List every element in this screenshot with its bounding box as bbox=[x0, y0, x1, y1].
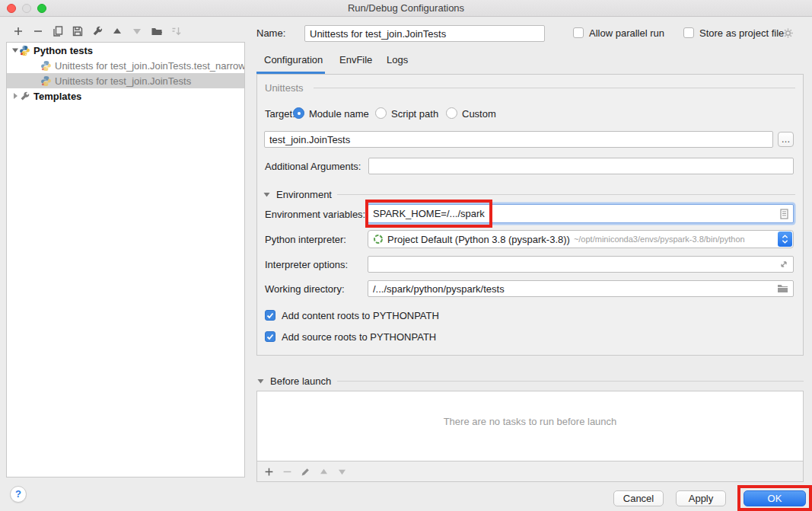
environment-header: Environment bbox=[276, 189, 332, 200]
select-stepper-icon[interactable] bbox=[778, 232, 792, 247]
remove-task-icon bbox=[282, 467, 292, 477]
tree-group-python-tests[interactable]: Python tests bbox=[7, 43, 244, 58]
before-launch-header: Before launch bbox=[270, 375, 331, 387]
radio-custom[interactable] bbox=[446, 107, 457, 119]
copy-configuration-icon[interactable] bbox=[52, 25, 64, 37]
edit-task-icon bbox=[301, 467, 310, 477]
before-launch-toolbar bbox=[257, 461, 803, 481]
configurations-tree: Python tests Unittests for test_join.Joi… bbox=[6, 42, 245, 477]
move-task-down-icon bbox=[337, 467, 347, 477]
browse-env-vars-icon[interactable] bbox=[780, 209, 788, 219]
tree-group-templates[interactable]: Templates bbox=[7, 88, 244, 104]
unittests-group-title: Unittests bbox=[265, 82, 304, 94]
conda-environment-icon bbox=[373, 234, 384, 244]
expand-field-icon[interactable] bbox=[779, 260, 788, 269]
allow-parallel-run-label: Allow parallel run bbox=[589, 27, 664, 39]
new-folder-icon[interactable] bbox=[151, 25, 163, 37]
name-label: Name: bbox=[256, 27, 285, 39]
tree-item-test-narrow[interactable]: Unittests for test_join.JoinTests.test_n… bbox=[7, 58, 244, 73]
tab-envfile[interactable]: EnvFile bbox=[339, 54, 372, 65]
interpreter-value: Project Default (Python 3.8 (pyspark-3.8… bbox=[387, 234, 570, 245]
remove-configuration-icon[interactable] bbox=[32, 25, 44, 37]
browse-target-button[interactable]: … bbox=[778, 132, 794, 147]
python-test-icon bbox=[40, 60, 52, 72]
add-source-roots-checkbox[interactable] bbox=[265, 331, 275, 342]
before-launch-tasks-panel: There are no tasks to run before launch bbox=[256, 391, 804, 482]
add-content-roots-label: Add content roots to PYTHONPATH bbox=[282, 310, 439, 321]
radio-script-path[interactable] bbox=[375, 107, 387, 119]
chevron-expanded-icon[interactable] bbox=[11, 46, 19, 54]
window-title: Run/Debug Configurations bbox=[0, 2, 812, 14]
before-launch-empty-text: There are no tasks to run before launch bbox=[257, 416, 803, 427]
edit-templates-icon[interactable] bbox=[91, 25, 103, 37]
radio-custom-label: Custom bbox=[462, 108, 496, 120]
radio-module-name[interactable] bbox=[293, 107, 304, 119]
configurations-toolbar bbox=[12, 25, 183, 37]
chevron-collapsed-icon[interactable] bbox=[11, 92, 19, 100]
move-up-icon[interactable] bbox=[111, 25, 123, 37]
add-source-roots-label: Add source roots to PYTHONPATH bbox=[282, 331, 436, 343]
red-highlight-env-vars bbox=[365, 200, 492, 228]
add-configuration-icon[interactable] bbox=[12, 25, 24, 37]
sort-alphabetically-icon bbox=[170, 25, 183, 37]
gear-icon[interactable] bbox=[782, 27, 794, 39]
python-test-icon bbox=[40, 75, 52, 87]
python-tests-icon bbox=[19, 45, 30, 56]
run-debug-configurations-dialog: Run/Debug Configurations Pyth bbox=[0, 0, 812, 511]
templates-wrench-icon bbox=[19, 91, 30, 102]
red-highlight-ok-button bbox=[737, 485, 812, 511]
tab-logs[interactable]: Logs bbox=[387, 54, 408, 65]
interpreter-options-input[interactable] bbox=[368, 256, 794, 273]
tree-templates-label: Templates bbox=[33, 91, 81, 102]
target-input[interactable] bbox=[264, 131, 773, 148]
working-directory-input[interactable] bbox=[368, 280, 794, 297]
python-interpreter-select[interactable]: Project Default (Python 3.8 (pyspark-3.8… bbox=[368, 230, 794, 248]
tree-group-label: Python tests bbox=[33, 45, 93, 56]
add-content-roots-checkbox[interactable] bbox=[265, 310, 275, 321]
tree-item-label: Unittests for test_join.JoinTests bbox=[55, 75, 191, 87]
group-divider bbox=[314, 88, 795, 88]
move-down-icon bbox=[131, 25, 143, 37]
environment-collapse-icon[interactable] bbox=[263, 191, 270, 198]
tree-item-jointests-selected[interactable]: Unittests for test_join.JoinTests bbox=[7, 73, 244, 88]
additional-arguments-label: Additional Arguments: bbox=[265, 161, 361, 172]
interpreter-options-label: Interpreter options: bbox=[265, 259, 348, 270]
tree-item-label: Unittests for test_join.JoinTests.test_n… bbox=[55, 60, 244, 72]
store-as-project-file-checkbox[interactable] bbox=[683, 27, 694, 38]
apply-button[interactable]: Apply bbox=[676, 490, 726, 506]
allow-parallel-run-checkbox[interactable] bbox=[573, 27, 584, 38]
radio-script-path-label: Script path bbox=[391, 108, 438, 120]
tab-configuration[interactable]: Configuration bbox=[264, 54, 323, 65]
name-input[interactable] bbox=[304, 25, 545, 42]
interpreter-path: ~/opt/miniconda3/envs/pyspark-3.8/bin/py… bbox=[574, 235, 793, 244]
help-button[interactable]: ? bbox=[10, 486, 27, 503]
group-divider bbox=[337, 194, 795, 195]
store-as-project-file-label: Store as project file bbox=[699, 27, 784, 39]
group-divider bbox=[337, 381, 804, 382]
additional-arguments-input[interactable] bbox=[368, 158, 794, 174]
before-launch-collapse-icon[interactable] bbox=[257, 378, 264, 385]
python-interpreter-label: Python interpreter: bbox=[265, 234, 346, 245]
add-task-icon[interactable] bbox=[264, 467, 274, 477]
cancel-button[interactable]: Cancel bbox=[613, 490, 664, 506]
folder-icon[interactable] bbox=[777, 283, 788, 293]
working-directory-label: Working directory: bbox=[265, 283, 345, 295]
save-configuration-icon[interactable] bbox=[72, 25, 84, 37]
radio-module-name-label: Module name bbox=[309, 108, 369, 120]
title-bar: Run/Debug Configurations bbox=[0, 0, 812, 17]
environment-variables-label: Environment variables: bbox=[265, 209, 365, 220]
target-label: Target: bbox=[265, 108, 295, 120]
move-task-up-icon bbox=[319, 467, 329, 477]
